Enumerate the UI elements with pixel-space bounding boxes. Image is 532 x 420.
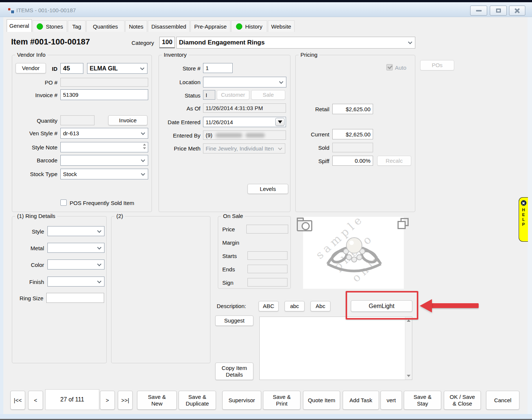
retail-price-field[interactable]: $2,625.00 — [332, 104, 373, 114]
copy-item-details-button[interactable]: Copy Item Details — [215, 363, 253, 380]
ok-save-close-button[interactable]: OK / Save & Close — [444, 391, 481, 410]
category-dropdown[interactable]: Diamond Engagement Rings — [176, 37, 415, 49]
date-dropdown-button[interactable] — [275, 118, 285, 126]
stones-status-dot — [37, 23, 43, 30]
revert-button[interactable]: vert — [380, 391, 402, 410]
copy-photo-icon[interactable] — [398, 218, 410, 230]
entered-by-label: Entered By — [158, 132, 200, 139]
invoice-number-field[interactable]: 51309 — [60, 89, 148, 100]
spinner-control[interactable] — [143, 143, 146, 149]
lowercase-button[interactable]: abc — [285, 301, 305, 311]
id-label: ID — [46, 66, 57, 72]
date-entered-field[interactable]: 11/26/2014 — [203, 117, 286, 127]
window-frame-right — [528, 17, 532, 414]
location-label: Location — [158, 79, 200, 85]
quantity-field — [60, 115, 94, 125]
color-dropdown[interactable] — [47, 259, 104, 269]
pos-orders-button[interactable]: POs — [420, 60, 454, 70]
ring-details-group: (1) Ring Details — [12, 216, 107, 363]
nav-first-button[interactable]: |<< — [10, 391, 25, 410]
auto-checkbox[interactable] — [386, 64, 393, 70]
tab-pre-appraise[interactable]: Pre-Appraise — [190, 20, 230, 32]
nav-prev-button[interactable]: < — [28, 391, 43, 410]
uppercase-button[interactable]: ABC — [259, 301, 279, 311]
redacted-name — [216, 133, 242, 138]
color-label: Color — [12, 262, 44, 268]
scroll-up-icon[interactable] — [407, 320, 410, 322]
quantity-label: Quantity — [12, 118, 57, 124]
po-label: PO # — [12, 79, 57, 86]
window-title: ITEMS - 001-100-00187 — [16, 7, 76, 13]
tab-stones[interactable]: Stones — [33, 20, 67, 32]
pos-frequently-sold-label: POS Frequently Sold Item — [70, 200, 134, 206]
supervisor-button[interactable]: Supervisor — [222, 391, 261, 410]
ring-size-field[interactable] — [46, 293, 104, 303]
tab-general[interactable]: General — [7, 19, 32, 32]
chevron-down-icon — [97, 228, 101, 232]
recalc-button[interactable]: Recalc — [377, 156, 411, 166]
style-dropdown[interactable] — [47, 226, 104, 236]
style-note-field[interactable] — [60, 142, 148, 152]
camera-icon[interactable] — [297, 220, 312, 231]
nav-last-button[interactable]: >>| — [118, 391, 133, 410]
add-task-button[interactable]: Add Task — [343, 391, 379, 410]
spinner-up-icon — [143, 144, 146, 146]
scroll-down-icon[interactable] — [407, 375, 410, 377]
store-number-field[interactable]: 1 — [203, 63, 233, 73]
current-price-field[interactable]: $2,625.00 — [332, 129, 373, 139]
vendor-button[interactable]: Vendor — [16, 63, 46, 73]
status-field[interactable]: I — [203, 90, 215, 100]
invoice-button[interactable]: Invoice — [108, 115, 147, 125]
ring-size-label: Ring Size — [12, 295, 43, 301]
finish-dropdown[interactable] — [47, 277, 104, 287]
tab-tag[interactable]: Tag — [68, 20, 86, 32]
annotation-highlight-box — [346, 291, 418, 320]
tab-website[interactable]: Website — [268, 20, 295, 32]
category-label: Category — [132, 40, 154, 46]
chevron-down-icon — [140, 66, 144, 70]
save-and-print-button[interactable]: Save & Print — [263, 391, 300, 410]
titlecase-button[interactable]: Abc — [310, 301, 330, 311]
chevron-down-icon — [278, 146, 282, 150]
suggest-button[interactable]: Suggest — [215, 315, 253, 326]
save-and-duplicate-button[interactable]: Save & Duplicate — [179, 391, 216, 410]
tab-disassembled[interactable]: Disassembled — [148, 20, 190, 32]
tab-history[interactable]: History — [231, 20, 267, 32]
nav-next-button[interactable]: > — [100, 391, 115, 410]
location-dropdown[interactable] — [203, 77, 286, 87]
description-textarea[interactable] — [259, 317, 412, 380]
save-and-stay-button[interactable]: Save & Stay — [404, 391, 441, 410]
ven-style-dropdown[interactable]: dr-613 — [60, 128, 148, 139]
tab-notes[interactable]: Notes — [125, 20, 147, 32]
sale-price-field — [246, 225, 288, 234]
save-and-new-button[interactable]: Save & New — [137, 391, 177, 410]
help-tab[interactable]: H E L P — [519, 197, 528, 242]
help-close-icon[interactable] — [521, 200, 526, 206]
tab-quantities[interactable]: Quantities — [86, 20, 124, 32]
pos-frequently-sold-checkbox[interactable] — [60, 199, 67, 206]
po-number-field — [60, 78, 148, 87]
status-label: Status — [158, 92, 200, 99]
stock-type-dropdown[interactable]: Stock — [60, 169, 148, 179]
ring-photo — [317, 227, 391, 286]
customer-button[interactable]: Customer — [217, 90, 249, 100]
minimize-button[interactable] — [470, 6, 487, 16]
vendor-name-dropdown[interactable]: ELMA GIL — [87, 63, 147, 74]
quote-item-button[interactable]: Quote Item — [303, 391, 340, 410]
close-icon — [514, 8, 520, 14]
cancel-button[interactable]: Cancel — [486, 391, 519, 410]
close-button[interactable] — [509, 6, 525, 16]
price-method-dropdown[interactable]: Fine Jewelry, Individual Iten — [203, 143, 285, 153]
style-label: Style — [12, 228, 44, 235]
barcode-dropdown[interactable] — [60, 155, 148, 166]
description-scrollbar[interactable] — [405, 317, 412, 380]
spiff-field[interactable]: 0.00% — [332, 156, 373, 166]
sold-price-field — [332, 143, 373, 152]
category-code-field[interactable]: 100 — [159, 37, 175, 48]
levels-button[interactable]: Levels — [247, 184, 288, 194]
metal-dropdown[interactable] — [47, 243, 104, 253]
vendor-id-field[interactable]: 45 — [60, 63, 83, 74]
starts-label: Starts — [222, 253, 237, 259]
maximize-button[interactable] — [490, 6, 507, 16]
sale-button[interactable]: Sale — [251, 90, 285, 100]
